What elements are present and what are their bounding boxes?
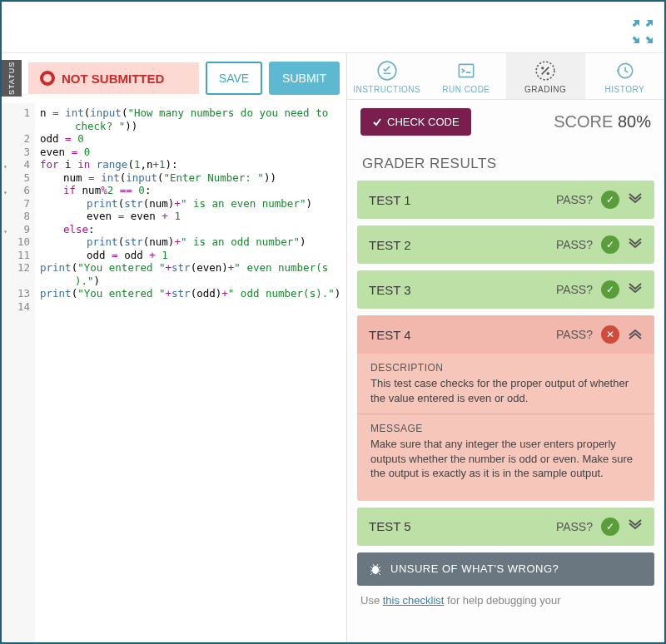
svg-point-6 (372, 566, 379, 574)
pass-label: PASS? (556, 328, 593, 341)
test-row[interactable]: TEST 1PASS?✓ (357, 181, 654, 219)
check-icon (372, 117, 382, 127)
test-name: TEST 5 (369, 519, 556, 533)
fail-icon: ✕ (601, 325, 619, 344)
results-heading: GRADER RESULTS (362, 156, 649, 172)
editor-pane: STATUS NOT SUBMITTED SAVE SUBMIT 1234▾56… (2, 53, 347, 642)
chevron-down-icon[interactable] (628, 519, 643, 533)
chevron-down-icon[interactable] (628, 238, 643, 252)
test-name: TEST 1 (369, 193, 556, 207)
status-tab[interactable]: STATUS (2, 60, 22, 97)
pass-icon: ✓ (601, 280, 619, 299)
svg-rect-1 (459, 64, 473, 77)
pass-icon: ✓ (601, 191, 619, 209)
test-name: TEST 3 (369, 283, 556, 297)
svg-point-4 (547, 72, 549, 75)
percent-icon (534, 60, 556, 82)
tab-history[interactable]: HISTORY (585, 53, 664, 99)
hint-text: Use this checklist for help debugging yo… (357, 586, 654, 607)
tab-instructions[interactable]: INSTRUCTIONS (347, 53, 426, 99)
bug-icon (369, 562, 382, 576)
svg-point-0 (378, 62, 396, 80)
fullscreen-icon[interactable] (629, 20, 653, 43)
test-row[interactable]: TEST 5PASS?✓ (357, 508, 654, 546)
checklist-icon (376, 60, 398, 82)
not-submitted-icon (40, 71, 55, 86)
unsure-banner[interactable]: UNSURE OF WHAT'S WRONG? (357, 552, 654, 586)
test-name: TEST 2 (369, 238, 556, 252)
chevron-down-icon[interactable] (628, 283, 643, 297)
history-icon (614, 60, 635, 82)
grader-results: GRADER RESULTS TEST 1PASS?✓TEST 2PASS?✓T… (347, 144, 664, 642)
tab-bar: INSTRUCTIONS RUN CODE GRADING HISTORY (347, 53, 664, 100)
pass-icon: ✓ (601, 235, 619, 254)
right-pane: INSTRUCTIONS RUN CODE GRADING HISTORY (347, 53, 664, 642)
test-row[interactable]: TEST 3PASS?✓ (357, 270, 654, 309)
pass-label: PASS? (556, 283, 593, 296)
chevron-down-icon[interactable] (628, 193, 643, 207)
pass-icon: ✓ (601, 518, 619, 536)
check-code-button[interactable]: CHECK CODE (360, 108, 471, 136)
test-name: TEST 4 (369, 328, 556, 342)
pass-label: PASS? (556, 520, 593, 533)
save-button[interactable]: SAVE (206, 62, 262, 95)
score-display: SCORE 80% (554, 112, 651, 131)
code-area[interactable]: n = int(input("How many numbers do you n… (35, 103, 346, 642)
code-editor[interactable]: 1234▾56▾789▾1011121314 n = int(input("Ho… (2, 103, 346, 642)
test-row[interactable]: TEST 2PASS?✓ (357, 225, 654, 264)
svg-point-3 (541, 67, 544, 69)
checklist-link[interactable]: this checklist (383, 594, 445, 607)
pass-label: PASS? (556, 238, 593, 251)
submit-button[interactable]: SUBMIT (269, 62, 340, 95)
line-gutter: 1234▾56▾789▾1011121314 (2, 103, 35, 642)
tab-grading[interactable]: GRADING (506, 53, 585, 99)
submission-status-label: NOT SUBMITTED (62, 72, 164, 86)
test-row[interactable]: TEST 4PASS?✕DESCRIPTIONThis test case ch… (357, 315, 654, 501)
pass-label: PASS? (556, 193, 593, 206)
terminal-icon (455, 60, 477, 82)
tab-run-code[interactable]: RUN CODE (426, 53, 505, 99)
submission-status: NOT SUBMITTED (28, 62, 199, 94)
top-bar (2, 2, 664, 53)
chevron-up-icon[interactable] (628, 328, 643, 342)
